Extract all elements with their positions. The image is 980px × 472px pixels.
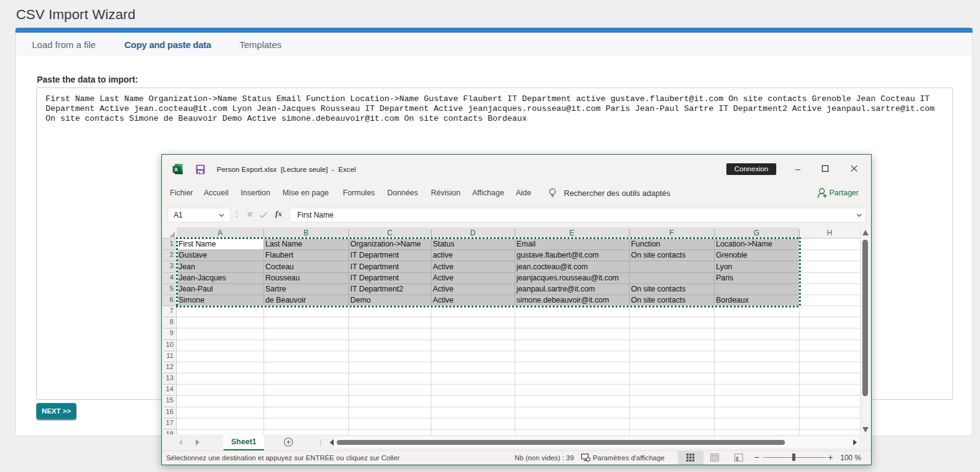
- svg-text:X: X: [174, 166, 178, 173]
